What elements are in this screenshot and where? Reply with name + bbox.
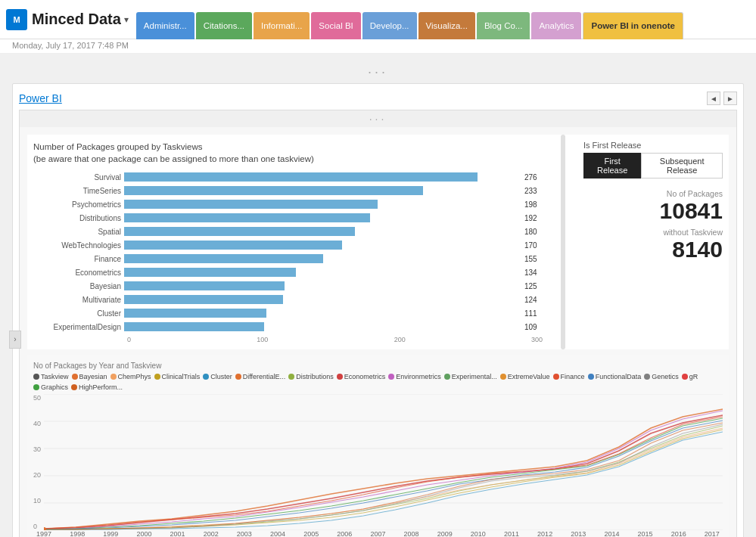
bar-row: TimeSeries 233: [33, 185, 543, 197]
legend-dot: [588, 374, 594, 380]
bar-row: Survival 276: [33, 171, 543, 183]
x-axis-tick: 2007: [370, 530, 385, 537]
bar-chart: Survival 276 TimeSeries 233 Psychometric…: [33, 171, 543, 333]
line-chart-area: No of Packages by Year and Taskview Task…: [27, 355, 729, 537]
bar-fill: [124, 227, 355, 236]
bar-track: [124, 172, 521, 182]
bar-label: Psychometrics: [33, 200, 124, 209]
x-axis-tick: 2001: [170, 530, 185, 537]
legend-dot: [388, 374, 394, 380]
legend-item: Taskview: [33, 373, 69, 380]
legend-item: ExtremeValue: [500, 373, 550, 380]
bar-track: [124, 213, 521, 222]
y-axis-tick: 10: [33, 497, 41, 504]
bar-fill: [124, 309, 266, 318]
bar-track: [124, 268, 521, 277]
legend-item: FunctionalData: [588, 373, 642, 380]
legend-item: HighPerform...: [71, 383, 123, 391]
tab-develop[interactable]: Develop...: [362, 12, 417, 39]
legend-item: Genetics: [644, 373, 679, 380]
bar-track: [124, 281, 521, 290]
bar-label: Econometrics: [33, 268, 124, 277]
legend-dot: [644, 374, 650, 380]
bar-track: [124, 186, 521, 195]
card: Power BI ◄ ► ··· › Number of Packages gr…: [12, 83, 744, 537]
x-axis-tick: 2002: [204, 530, 219, 537]
bar-label: ExperimentalDesign: [33, 323, 124, 331]
bar-fill: [124, 281, 285, 290]
bar-label: Spatial: [33, 228, 124, 236]
legend-dot: [110, 374, 117, 380]
x-axis-tick: 2012: [537, 530, 552, 537]
nav-arrow-right[interactable]: ►: [723, 92, 737, 105]
axis-tick: 200: [394, 336, 406, 343]
bar-value: 170: [524, 241, 543, 250]
tab-info[interactable]: Informati...: [254, 12, 310, 39]
x-axis-tick: 2010: [471, 530, 486, 537]
tab-admin[interactable]: Administr...: [136, 12, 194, 39]
legend-dot: [203, 374, 209, 380]
y-axis-tick: 30: [33, 445, 41, 453]
x-axis-tick: 2009: [437, 530, 453, 537]
bar-row: Psychometrics 198: [33, 198, 543, 210]
tab-visual[interactable]: Visualiza...: [418, 12, 475, 39]
bar-fill: [124, 254, 323, 263]
bar-fill: [124, 295, 283, 304]
x-axis-tick: 2014: [604, 530, 619, 537]
legend-label: Cluster: [210, 373, 232, 380]
legend-item: ChemPhys: [110, 373, 151, 380]
legend-label: DifferentialE...: [243, 373, 285, 380]
bar-fill: [124, 241, 342, 250]
legend-item: Environmetrics: [388, 373, 441, 380]
tab-blog[interactable]: Blog Co...: [477, 12, 530, 39]
bar-row: Distributions 192: [33, 212, 543, 224]
y-axis-tick: 20: [33, 471, 41, 479]
x-axis-tick: 2013: [571, 530, 586, 537]
bar-row: Finance 155: [33, 253, 543, 265]
legend-label: ChemPhys: [118, 373, 151, 380]
legend-dot: [33, 374, 39, 380]
legend-dot: [72, 374, 78, 380]
toggle-subsequent-release[interactable]: Subsequent Release: [641, 153, 723, 178]
stats-panel: No of Packages 10841 without Taskview 81…: [583, 189, 723, 262]
x-axis-tick: 2015: [638, 530, 653, 537]
bar-label: TimeSeries: [33, 187, 124, 195]
bar-label: Distributions: [33, 214, 124, 222]
x-axis-tick: 1998: [70, 530, 85, 537]
right-panel: Is First Release First Release Subsequen…: [577, 135, 729, 349]
powerbi-link[interactable]: Power BI: [19, 92, 62, 104]
bar-row: ExperimentalDesign 109: [33, 321, 543, 333]
legend-dot: [553, 374, 559, 380]
x-axis-tick: 1997: [36, 530, 51, 537]
tab-powerbi[interactable]: Power BI in onenote: [583, 12, 683, 39]
tab-analytics[interactable]: Analytics: [531, 12, 581, 39]
line-chart-title: No of Packages by Year and Taskview: [33, 362, 723, 370]
top-section: Number of Packages grouped by Taskviews …: [27, 135, 729, 349]
legend-item: Econometrics: [337, 373, 386, 380]
tab-social[interactable]: Social BI: [311, 12, 360, 39]
app-title-arrow[interactable]: ▾: [124, 14, 129, 25]
x-axis-tick: 2006: [337, 530, 352, 537]
bar-value: 233: [524, 187, 543, 195]
legend-label: Finance: [561, 373, 585, 380]
nav-arrow-left[interactable]: ◄: [707, 92, 720, 105]
x-axis-tick: 2016: [671, 530, 686, 537]
bar-fill: [124, 268, 296, 277]
legend-item: ClinicalTrials: [154, 373, 201, 380]
line-chart-svg: [44, 394, 723, 530]
app-icon: M: [6, 9, 27, 30]
without-taskview-value: 8140: [583, 237, 723, 262]
toggle-first-release[interactable]: First Release: [583, 153, 641, 178]
bar-fill: [124, 200, 378, 209]
legend-dot: [288, 374, 294, 380]
x-axis-tick: 2008: [404, 530, 419, 537]
legend-item: Finance: [553, 373, 585, 380]
legend-label: Bayesian: [79, 373, 107, 380]
bar-value: 180: [524, 228, 543, 236]
no-packages-label: No of Packages: [583, 189, 723, 198]
bar-track: [124, 241, 521, 250]
side-expand-arrow[interactable]: ›: [9, 331, 21, 349]
legend-item: DifferentialE...: [235, 373, 285, 380]
legend-label: Experimental...: [452, 373, 497, 380]
tab-citations[interactable]: Citations...: [196, 12, 252, 39]
